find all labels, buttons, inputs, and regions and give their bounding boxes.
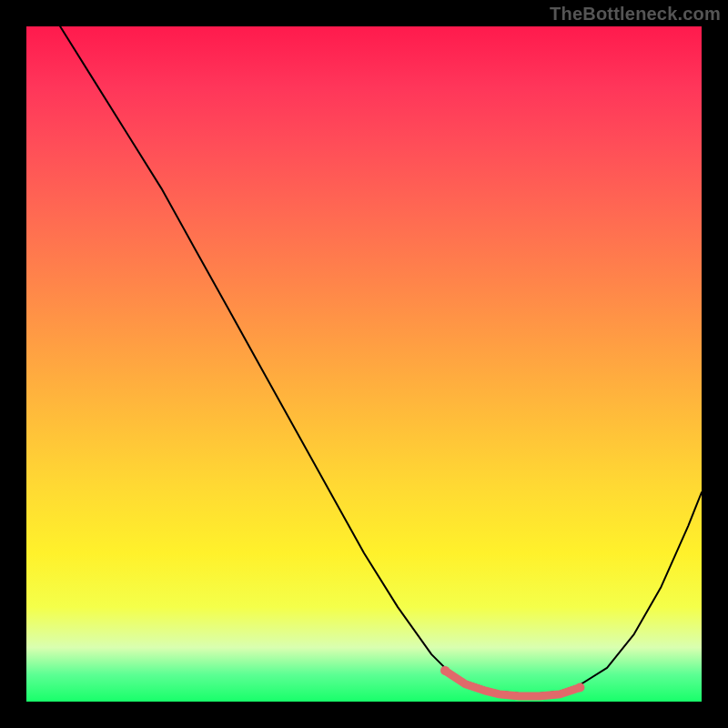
bottleneck-chart [26,26,702,702]
optimal-range-marker [445,671,580,696]
watermark-text: TheBottleneck.com [550,4,721,25]
optimal-range-dot-right [575,682,584,692]
optimal-range-dot-left [440,666,450,675]
bottleneck-curve-line [60,26,702,693]
